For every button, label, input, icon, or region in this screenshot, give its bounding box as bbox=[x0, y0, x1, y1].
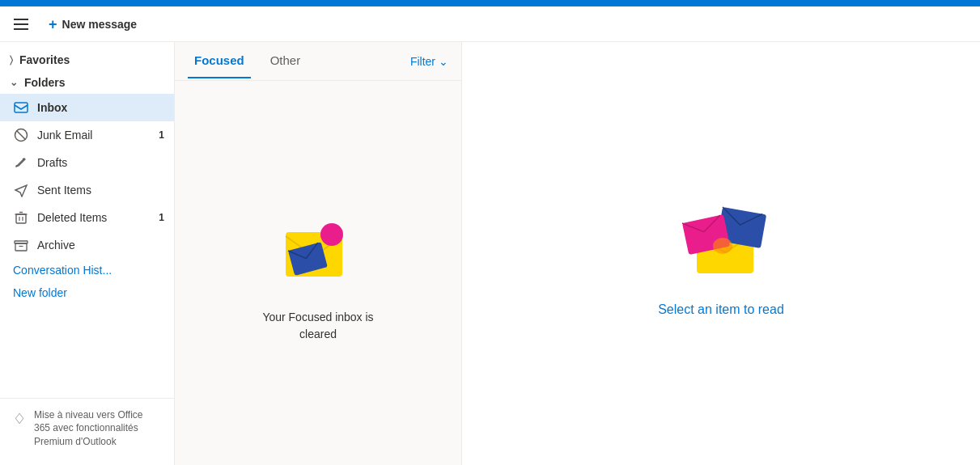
select-item-text: Select an item to read bbox=[658, 302, 784, 317]
svg-rect-0 bbox=[15, 103, 28, 112]
top-bar bbox=[0, 0, 980, 6]
deleted-label: Deleted Items bbox=[37, 211, 140, 224]
sent-icon bbox=[13, 182, 29, 198]
tab-other-label: Other bbox=[270, 53, 301, 67]
email-list-content: Your Focused inbox is cleared bbox=[175, 81, 461, 465]
new-message-button[interactable]: + New message bbox=[42, 14, 143, 35]
svg-rect-10 bbox=[15, 243, 27, 251]
app-container: + New message 〉 Favorites ⌄ Folders bbox=[0, 6, 980, 465]
filter-button[interactable]: Filter ⌄ bbox=[410, 55, 448, 68]
empty-state-message: Your Focused inbox is cleared bbox=[262, 311, 373, 340]
tab-focused[interactable]: Focused bbox=[188, 44, 251, 78]
filter-chevron-icon: ⌄ bbox=[439, 55, 448, 68]
sidebar-item-inbox[interactable]: Inbox bbox=[0, 94, 174, 121]
sidebar-item-drafts[interactable]: Drafts bbox=[0, 149, 174, 176]
inbox-label: Inbox bbox=[37, 101, 164, 114]
reading-pane-illustration bbox=[664, 191, 778, 283]
focused-empty-text: Your Focused inbox is cleared bbox=[262, 309, 373, 343]
plus-icon: + bbox=[49, 17, 57, 32]
svg-point-18 bbox=[713, 238, 732, 254]
drafts-icon bbox=[13, 154, 29, 171]
deleted-icon bbox=[13, 209, 29, 226]
tabs-bar: Focused Other Filter ⌄ bbox=[175, 42, 461, 81]
favorites-chevron-icon: 〉 bbox=[10, 54, 13, 66]
reading-pane: Select an item to read bbox=[462, 42, 980, 465]
svg-rect-4 bbox=[16, 214, 26, 223]
junk-badge: 1 bbox=[148, 129, 164, 141]
inbox-icon bbox=[13, 99, 29, 116]
svg-point-14 bbox=[320, 223, 343, 246]
sidebar-item-sent[interactable]: Sent Items bbox=[0, 176, 174, 204]
diamond-icon: ♢ bbox=[13, 410, 26, 428]
upgrade-section: ♢ Mise à niveau vers Office 365 avec fon… bbox=[0, 398, 174, 459]
sidebar-item-junk[interactable]: Junk Email 1 bbox=[0, 121, 174, 149]
folders-chevron-icon: ⌄ bbox=[10, 77, 18, 88]
sidebar-folders[interactable]: ⌄ Folders bbox=[0, 71, 174, 94]
drafts-label: Drafts bbox=[37, 156, 164, 169]
folders-label: Folders bbox=[24, 76, 66, 89]
new-folder-link[interactable]: New folder bbox=[0, 281, 174, 304]
header: + New message bbox=[0, 6, 980, 42]
junk-label: Junk Email bbox=[37, 129, 140, 142]
tab-focused-label: Focused bbox=[194, 53, 244, 67]
focused-inbox-illustration bbox=[265, 204, 371, 296]
sidebar: 〉 Favorites ⌄ Folders Inbox bbox=[0, 42, 175, 465]
hamburger-icon[interactable] bbox=[10, 13, 32, 36]
conversation-hist-link[interactable]: Conversation Hist... bbox=[0, 259, 174, 281]
archive-icon bbox=[13, 237, 29, 253]
svg-line-2 bbox=[17, 131, 26, 140]
sidebar-item-archive[interactable]: Archive bbox=[0, 231, 174, 259]
sidebar-item-deleted[interactable]: Deleted Items 1 bbox=[0, 204, 174, 231]
deleted-badge: 1 bbox=[148, 212, 164, 223]
junk-icon bbox=[13, 127, 29, 143]
new-message-label: New message bbox=[62, 18, 138, 31]
favorites-label: Favorites bbox=[19, 53, 70, 66]
email-list-panel: Focused Other Filter ⌄ bbox=[175, 42, 462, 465]
main-layout: 〉 Favorites ⌄ Folders Inbox bbox=[0, 42, 980, 465]
sent-label: Sent Items bbox=[37, 184, 164, 197]
tab-other[interactable]: Other bbox=[264, 44, 308, 78]
upgrade-text: Mise à niveau vers Office 365 avec fonct… bbox=[34, 408, 161, 449]
sidebar-favorites[interactable]: 〉 Favorites bbox=[0, 49, 174, 71]
archive-label: Archive bbox=[37, 239, 164, 252]
filter-label: Filter bbox=[410, 55, 435, 68]
